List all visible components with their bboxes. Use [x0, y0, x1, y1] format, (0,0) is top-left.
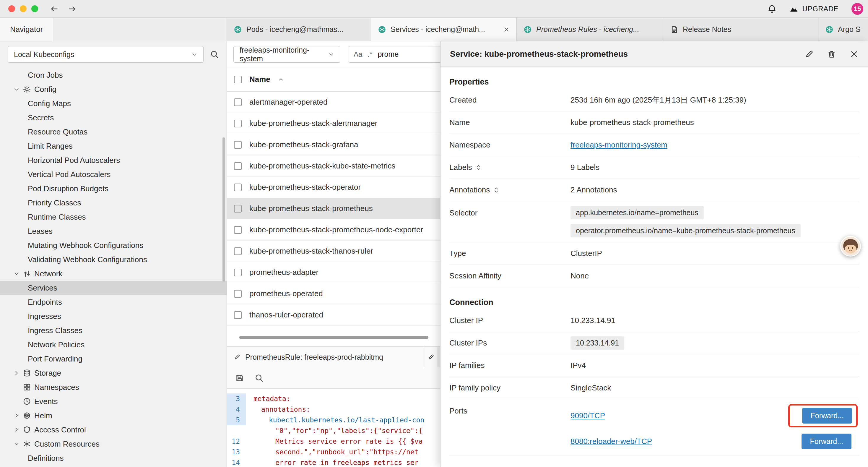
sidebar-scrollbar[interactable] — [222, 138, 225, 282]
sort-ascending-icon[interactable] — [278, 77, 284, 83]
sidebar-item-priority-classes[interactable]: Priority Classes — [0, 196, 226, 210]
row-checkbox[interactable] — [234, 205, 242, 212]
regex-toggle[interactable]: .* — [368, 50, 372, 59]
horizontal-scrollbar[interactable] — [239, 336, 428, 339]
sidebar-item-config-maps[interactable]: Config Maps — [0, 96, 226, 111]
tab-prometheus-rules-icecheng[interactable]: Prometheus Rules - icecheng... — [517, 18, 663, 41]
sidebar-item-pod-disruption-budgets[interactable]: Pod Disruption Budgets — [0, 181, 226, 196]
row-checkbox[interactable] — [234, 311, 242, 319]
port-link[interactable]: 8080:reloader-web/TCP — [570, 437, 652, 446]
row-checkbox[interactable] — [234, 183, 242, 191]
service-name: prometheus-adapter — [249, 268, 318, 277]
sidebar-item-access-control[interactable]: Access Control — [0, 423, 226, 437]
sidebar-item-cron-jobs[interactable]: Cron Jobs — [0, 68, 226, 82]
row-checkbox[interactable] — [234, 162, 242, 170]
sidebar-item-mutating-webhook-configurations[interactable]: Mutating Webhook Configurations — [0, 238, 226, 253]
name-column-header[interactable]: Name — [249, 75, 270, 84]
forward-button[interactable] — [68, 4, 76, 13]
editor-code: second.","runbook_url":"https://net — [246, 447, 418, 457]
upgrade-button[interactable]: UPGRADE — [789, 4, 838, 13]
sidebar-item-helm[interactable]: Helm — [0, 408, 226, 423]
close-button[interactable] — [850, 50, 859, 59]
sidebar-item-ingresses[interactable]: Ingresses — [0, 309, 226, 323]
editor-code: metadata: — [246, 393, 290, 404]
sidebar-item-label: Cron Jobs — [28, 71, 63, 80]
sidebar-item-network-policies[interactable]: Network Policies — [0, 338, 226, 352]
service-details-drawer: Service: kube-prometheus-stack-prometheu… — [440, 41, 868, 467]
chevron-right-icon[interactable] — [13, 370, 20, 376]
window-minimize-button[interactable] — [20, 5, 27, 12]
chevron-down-icon[interactable] — [13, 86, 20, 92]
sidebar-item-resource-quotas[interactable]: Resource Quotas — [0, 125, 226, 139]
sidebar-item-validating-webhook-configurations[interactable]: Validating Webhook Configurations — [0, 253, 226, 267]
sidebar-item-label: Namespaces — [34, 383, 79, 392]
port-link[interactable]: 9090/TCP — [570, 411, 605, 420]
forward-button[interactable]: Forward... — [802, 434, 851, 449]
namespace-link[interactable]: freeleaps-monitoring-system — [570, 140, 668, 150]
chevron-down-icon[interactable] — [13, 441, 20, 447]
sidebar-search-icon[interactable] — [210, 50, 219, 59]
sidebar-item-config[interactable]: Config — [0, 82, 226, 96]
upgrade-label: UPGRADE — [802, 5, 838, 13]
drawer-row-label: Cluster IP — [450, 316, 570, 325]
drawer-row-label: Type — [450, 249, 570, 258]
sort-toggle-icon[interactable] — [493, 187, 499, 193]
sidebar-item-leases[interactable]: Leases — [0, 224, 226, 238]
sidebar-item-horizontal-pod-autoscalers[interactable]: Horizontal Pod Autoscalers — [0, 153, 226, 167]
tab-argo-se[interactable]: Argo Se — [818, 18, 868, 41]
namespace-selector[interactable]: freeleaps-monitoring-system — [234, 46, 340, 63]
sidebar-item-namespaces[interactable]: Namespaces — [0, 380, 226, 394]
drawer-row-session-affinity: Session AffinityNone — [450, 265, 859, 287]
back-button[interactable] — [50, 4, 59, 13]
sidebar-item-network[interactable]: Network — [0, 267, 226, 281]
sidebar-item-ingress-classes[interactable]: Ingress Classes — [0, 323, 226, 338]
tab-release-notes[interactable]: Release Notes — [663, 18, 818, 41]
navigator-tab[interactable]: Navigator — [0, 18, 53, 41]
forward-button[interactable]: Forward... — [802, 408, 852, 424]
row-checkbox[interactable] — [234, 226, 242, 234]
kubeconfig-selector[interactable]: Local Kubeconfigs — [8, 46, 204, 63]
notifications-bell-icon[interactable] — [768, 4, 776, 13]
sidebar-item-runtime-classes[interactable]: Runtime Classes — [0, 210, 226, 224]
drawer-row-value: 10.233.14.91 — [570, 332, 859, 354]
window-zoom-button[interactable] — [31, 5, 38, 12]
sidebar-item-label: Port Forwarding — [28, 354, 83, 363]
select-all-checkbox[interactable] — [234, 76, 242, 83]
match-case-toggle[interactable]: Aa — [354, 50, 362, 59]
drawer-row-value-text: 253d 16h 6m ago (2025年1月13日 GMT+8 1:25:3… — [570, 95, 746, 105]
chevron-down-icon[interactable] — [13, 271, 20, 276]
sidebar-item-services[interactable]: Services — [0, 281, 226, 295]
edit-button[interactable] — [805, 50, 814, 59]
row-checkbox[interactable] — [234, 247, 242, 255]
dock-tab-prometheusrule[interactable]: PrometheusRule: freeleaps-prod-rabbitmq — [227, 347, 424, 368]
row-checkbox[interactable] — [234, 269, 242, 276]
editor-code: Metrics service error rate is {{ $va — [246, 436, 423, 447]
dock-tab-partial[interactable] — [424, 347, 438, 368]
sort-toggle-icon[interactable] — [476, 165, 482, 171]
chevron-right-icon[interactable] — [13, 413, 20, 418]
chevron-right-icon[interactable] — [13, 427, 20, 433]
tab-pods-icecheng-mathmas[interactable]: Pods - icecheng@mathmas... — [227, 18, 371, 41]
notification-count-badge[interactable]: 15 — [851, 3, 863, 15]
sidebar-item-storage[interactable]: Storage — [0, 366, 226, 380]
row-checkbox[interactable] — [234, 120, 242, 127]
drawer-title: Service: kube-prometheus-stack-prometheu… — [450, 49, 791, 59]
row-checkbox[interactable] — [234, 141, 242, 149]
sidebar-item-endpoints[interactable]: Endpoints — [0, 295, 226, 309]
sidebar-item-definitions[interactable]: Definitions — [0, 451, 226, 465]
delete-button[interactable] — [827, 50, 836, 59]
sidebar-item-events[interactable]: Events — [0, 394, 226, 408]
row-checkbox[interactable] — [234, 98, 242, 106]
sidebar-item-limit-ranges[interactable]: Limit Ranges — [0, 139, 226, 153]
window-close-button[interactable] — [8, 5, 15, 12]
sidebar-item-custom-resources[interactable]: Custom Resources — [0, 437, 226, 451]
tab-services-icecheng-math[interactable]: Services - icecheng@math... — [371, 18, 517, 41]
row-checkbox[interactable] — [234, 290, 242, 298]
sidebar-item-secrets[interactable]: Secrets — [0, 111, 226, 125]
editor-search-icon[interactable] — [255, 374, 264, 382]
avatar[interactable] — [840, 236, 861, 257]
tab-close-icon[interactable] — [503, 27, 509, 32]
save-icon[interactable] — [235, 374, 244, 382]
sidebar-item-port-forwarding[interactable]: Port Forwarding — [0, 352, 226, 366]
sidebar-item-vertical-pod-autoscalers[interactable]: Vertical Pod Autoscalers — [0, 167, 226, 181]
